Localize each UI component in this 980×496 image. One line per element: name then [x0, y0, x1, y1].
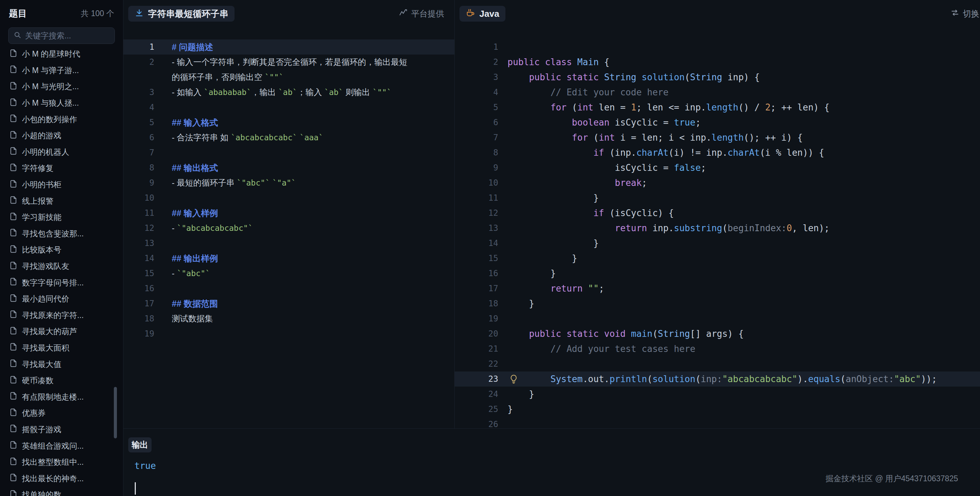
code-line-text: } [498, 190, 599, 206]
code-line-text: // Add your test cases here [498, 341, 695, 356]
sidebar-item[interactable]: 优惠券 [0, 405, 123, 421]
sidebar-item[interactable]: 有点限制地走楼... [0, 389, 123, 405]
sidebar-item[interactable]: 寻找最大面积 [0, 340, 123, 356]
sidebar-item[interactable]: 小超的游戏 [0, 128, 123, 144]
sidebar-item[interactable]: 摇骰子游戏 [0, 421, 123, 438]
main-area: 字符串最短循环子串 平台提供 1# 问题描述2- 输入一个字符串，判断其是否完全… [123, 0, 980, 496]
sidebar-item[interactable]: 最小趋同代价 [0, 291, 123, 307]
code-line-text: public class Main { [498, 54, 609, 70]
switch-language-button[interactable]: 切换 [950, 0, 979, 27]
line-number: 13 [123, 236, 154, 251]
sidebar-item[interactable]: 找出整型数组中... [0, 454, 123, 470]
markdown-line: 13 [123, 236, 454, 251]
sidebar-item[interactable]: 小包的数列操作 [0, 111, 123, 128]
line-number: 17 [123, 296, 154, 311]
line-number: 14 [123, 251, 154, 266]
sidebar-item-label: 小明的机器人 [22, 147, 69, 158]
document-icon [9, 326, 18, 337]
sidebar-item[interactable]: 寻找原来的字符... [0, 307, 123, 324]
line-number: 4 [455, 85, 498, 100]
code-line-text: } [498, 402, 513, 417]
line-number: 26 [455, 417, 498, 428]
line-number: 16 [123, 281, 154, 296]
line-number: 7 [455, 130, 498, 145]
code-line: 9 isCyclic = false; [455, 160, 980, 175]
markdown-line-text [154, 326, 172, 341]
line-number: 14 [455, 236, 498, 251]
code-line: 6 boolean isCyclic = true; [455, 115, 980, 130]
sidebar-item[interactable]: 寻找游戏队友 [0, 258, 123, 275]
lightbulb-icon[interactable] [509, 374, 519, 384]
code-line-text: if (isCyclic) { [498, 206, 674, 220]
code-line-text [498, 356, 508, 372]
code-line-text: public static String solution(String inp… [498, 70, 760, 85]
sidebar-scrollbar[interactable] [114, 387, 117, 439]
line-number: 15 [455, 251, 498, 266]
sidebar-item[interactable]: 小 M 与狼人拯... [0, 95, 123, 112]
sidebar-item-label: 优惠券 [22, 408, 46, 418]
sidebar-item[interactable]: 硬币凑数 [0, 373, 123, 389]
sidebar-item[interactable]: 小 M 的星球时代 [0, 46, 123, 62]
output-panel[interactable]: 输出 true 掘金技术社区 @ 用户4543710637825 [123, 428, 980, 496]
sidebar-item[interactable]: 字符修复 [0, 160, 123, 177]
sidebar-item[interactable]: 寻找最大值 [0, 356, 123, 373]
markdown-line: 9- 最短的循环子串 `"abc"` `"a"` [123, 175, 454, 190]
code-line: 20 public static void main(String[] args… [455, 326, 980, 341]
sidebar-item[interactable]: 小 M 与弹子游... [0, 62, 123, 79]
sidebar-item[interactable]: 小 M 与光明之... [0, 78, 123, 95]
code-line: 11 } [455, 190, 980, 206]
document-icon [9, 277, 18, 288]
sidebar-item-label: 小 M 与弹子游... [22, 65, 79, 76]
markdown-line: 10 [123, 190, 454, 206]
line-number: 10 [123, 190, 154, 206]
sidebar-item-label: 数字字母问号排... [22, 278, 84, 288]
code-line: 25} [455, 402, 980, 417]
code-line-text [498, 40, 508, 54]
line-number: 5 [123, 115, 154, 130]
markdown-line: 6- 合法字符串 如 `abcabcabcabc` `aaa` [123, 130, 454, 145]
search-input[interactable]: 关键字搜索... [8, 27, 115, 44]
sidebar-item[interactable]: 线上报警 [0, 193, 123, 209]
sidebar-item[interactable]: 小明的机器人 [0, 144, 123, 161]
code-line: 4 // Edit your code here [455, 85, 980, 100]
code-line: 19 [455, 311, 980, 326]
line-number: 17 [455, 281, 498, 296]
sidebar-item[interactable]: 找单独的数 [0, 487, 123, 496]
sidebar-item-label: 小包的数列操作 [22, 114, 77, 125]
sidebar-item[interactable]: 小明的书柜 [0, 177, 123, 193]
sidebar-item-label: 有点限制地走楼... [22, 392, 84, 402]
sidebar-item[interactable]: 数字字母问号排... [0, 274, 123, 291]
document-icon [9, 408, 18, 419]
problem-title-badge: 字符串最短循环子串 [128, 6, 235, 22]
sidebar-item[interactable]: 英雄组合游戏问... [0, 438, 123, 454]
sidebar-item[interactable]: 找出最长的神奇... [0, 470, 123, 487]
markdown-line-text: 测试数据集 [154, 311, 213, 326]
sidebar-item[interactable]: 比较版本号 [0, 242, 123, 258]
code-line: 15 } [455, 251, 980, 266]
sidebar-item-label: 小 M 与狼人拯... [22, 98, 79, 108]
sidebar-item[interactable]: 寻找最大的葫芦 [0, 324, 123, 340]
sidebar-item[interactable]: 学习新技能 [0, 209, 123, 226]
code-line-text: } [498, 236, 599, 251]
sidebar-item-label: 寻找原来的字符... [22, 310, 84, 321]
line-number: 18 [455, 296, 498, 311]
arrow-down-icon [134, 8, 144, 19]
language-badge[interactable]: Java [460, 6, 506, 22]
swap-arrows-icon [950, 8, 959, 19]
sidebar-item[interactable]: 寻找包含斐波那... [0, 226, 123, 242]
footer-credit: 掘金技术社区 @ 用户4543710637825 [826, 474, 958, 484]
markdown-line: 4 [123, 100, 454, 115]
line-number: 15 [123, 266, 154, 281]
document-icon [9, 473, 18, 484]
sidebar-item-label: 找单独的数 [22, 490, 61, 496]
code-editor[interactable]: 12public class Main {3 public static Str… [455, 27, 980, 428]
line-number: 22 [455, 356, 498, 372]
code-line-text: boolean isCyclic = true; [498, 115, 701, 130]
line-number: 21 [455, 341, 498, 356]
markdown-editor[interactable]: 1# 问题描述2- 输入一个字符串，判断其是否完全循环，若是循环的，输出最短的循… [123, 27, 454, 428]
code-line-text: } [498, 251, 578, 266]
line-number: 10 [455, 175, 498, 190]
code-line-text [498, 311, 508, 326]
code-line: 5 for (int len = 1; len <= inp.length() … [455, 100, 980, 115]
sidebar-item-label: 小 M 的星球时代 [22, 49, 80, 59]
